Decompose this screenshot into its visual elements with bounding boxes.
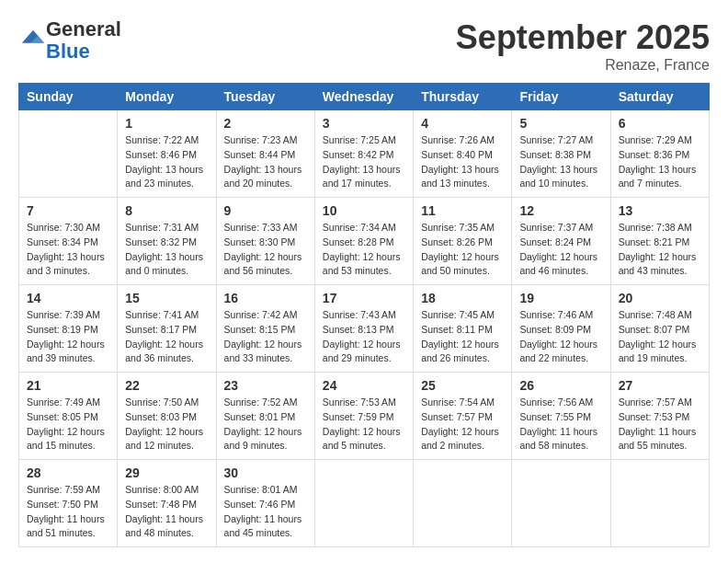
- day-number: 2: [224, 116, 307, 131]
- logo: General Blue: [18, 18, 121, 63]
- day-number: 3: [323, 116, 405, 131]
- day-number: 19: [519, 291, 602, 305]
- calendar-table: SundayMondayTuesdayWednesdayThursdayFrid…: [18, 83, 710, 547]
- day-info: Sunrise: 7:46 AM Sunset: 8:09 PM Dayligh…: [519, 308, 602, 366]
- calendar-day-cell: 22Sunrise: 7:50 AM Sunset: 8:03 PM Dayli…: [118, 373, 216, 460]
- weekday-header: Thursday: [414, 84, 512, 110]
- calendar-day-cell: 5Sunrise: 7:27 AM Sunset: 8:38 PM Daylig…: [512, 110, 610, 198]
- calendar-day-cell: 6Sunrise: 7:29 AM Sunset: 8:36 PM Daylig…: [610, 110, 709, 198]
- calendar-day-cell: 24Sunrise: 7:53 AM Sunset: 7:59 PM Dayli…: [314, 373, 413, 460]
- logo-blue: Blue: [46, 40, 90, 63]
- calendar-day-cell: 3Sunrise: 7:25 AM Sunset: 8:42 PM Daylig…: [314, 110, 413, 198]
- day-number: 14: [27, 291, 109, 305]
- day-info: Sunrise: 7:56 AM Sunset: 7:55 PM Dayligh…: [519, 396, 602, 454]
- calendar-day-cell: 11Sunrise: 7:35 AM Sunset: 8:26 PM Dayli…: [414, 198, 512, 285]
- calendar-day-cell: 27Sunrise: 7:57 AM Sunset: 7:53 PM Dayli…: [610, 373, 709, 460]
- day-number: 10: [323, 203, 405, 218]
- day-number: 15: [125, 291, 208, 305]
- calendar-day-cell: [314, 460, 413, 547]
- calendar-day-cell: 18Sunrise: 7:45 AM Sunset: 8:11 PM Dayli…: [414, 285, 512, 373]
- day-number: 22: [125, 378, 208, 393]
- calendar-day-cell: 2Sunrise: 7:23 AM Sunset: 8:44 PM Daylig…: [216, 110, 314, 198]
- day-number: 7: [27, 203, 109, 218]
- day-number: 25: [421, 378, 504, 393]
- day-info: Sunrise: 7:35 AM Sunset: 8:26 PM Dayligh…: [421, 221, 504, 279]
- day-info: Sunrise: 8:01 AM Sunset: 7:46 PM Dayligh…: [224, 483, 307, 541]
- day-number: 17: [323, 291, 405, 305]
- calendar-week-row: 28Sunrise: 7:59 AM Sunset: 7:50 PM Dayli…: [19, 460, 710, 547]
- day-number: 27: [619, 378, 701, 393]
- day-info: Sunrise: 7:25 AM Sunset: 8:42 PM Dayligh…: [323, 133, 405, 191]
- day-number: 21: [27, 378, 109, 393]
- weekday-header: Wednesday: [314, 84, 413, 110]
- day-number: 20: [619, 291, 701, 305]
- weekday-header: Sunday: [19, 84, 118, 110]
- calendar-day-cell: 26Sunrise: 7:56 AM Sunset: 7:55 PM Dayli…: [512, 373, 610, 460]
- calendar-day-cell: 9Sunrise: 7:33 AM Sunset: 8:30 PM Daylig…: [216, 198, 314, 285]
- calendar-day-cell: [610, 460, 709, 547]
- calendar-day-cell: 28Sunrise: 7:59 AM Sunset: 7:50 PM Dayli…: [19, 460, 118, 547]
- calendar-day-cell: 30Sunrise: 8:01 AM Sunset: 7:46 PM Dayli…: [216, 460, 314, 547]
- calendar-day-cell: 7Sunrise: 7:30 AM Sunset: 8:34 PM Daylig…: [19, 198, 118, 285]
- title-block: September 2025 Renaze, France: [456, 18, 710, 74]
- calendar-day-cell: 16Sunrise: 7:42 AM Sunset: 8:15 PM Dayli…: [216, 285, 314, 373]
- day-info: Sunrise: 7:57 AM Sunset: 7:53 PM Dayligh…: [619, 396, 701, 454]
- day-info: Sunrise: 7:33 AM Sunset: 8:30 PM Dayligh…: [224, 221, 307, 279]
- calendar-week-row: 14Sunrise: 7:39 AM Sunset: 8:19 PM Dayli…: [19, 285, 710, 373]
- day-info: Sunrise: 7:29 AM Sunset: 8:36 PM Dayligh…: [619, 133, 701, 191]
- day-info: Sunrise: 7:59 AM Sunset: 7:50 PM Dayligh…: [27, 483, 109, 541]
- logo-icon: [20, 26, 46, 52]
- calendar-day-cell: 14Sunrise: 7:39 AM Sunset: 8:19 PM Dayli…: [19, 285, 118, 373]
- calendar-day-cell: 25Sunrise: 7:54 AM Sunset: 7:57 PM Dayli…: [414, 373, 512, 460]
- calendar-day-cell: 23Sunrise: 7:52 AM Sunset: 8:01 PM Dayli…: [216, 373, 314, 460]
- day-info: Sunrise: 7:50 AM Sunset: 8:03 PM Dayligh…: [125, 396, 208, 454]
- calendar-day-cell: 4Sunrise: 7:26 AM Sunset: 8:40 PM Daylig…: [414, 110, 512, 198]
- day-info: Sunrise: 7:26 AM Sunset: 8:40 PM Dayligh…: [421, 133, 504, 191]
- day-info: Sunrise: 7:41 AM Sunset: 8:17 PM Dayligh…: [125, 308, 208, 366]
- day-info: Sunrise: 7:43 AM Sunset: 8:13 PM Dayligh…: [323, 308, 405, 366]
- day-info: Sunrise: 8:00 AM Sunset: 7:48 PM Dayligh…: [125, 483, 208, 541]
- day-info: Sunrise: 7:22 AM Sunset: 8:46 PM Dayligh…: [125, 133, 208, 191]
- day-info: Sunrise: 7:54 AM Sunset: 7:57 PM Dayligh…: [421, 396, 504, 454]
- weekday-header: Tuesday: [216, 84, 314, 110]
- day-number: 29: [125, 465, 208, 480]
- calendar-day-cell: 19Sunrise: 7:46 AM Sunset: 8:09 PM Dayli…: [512, 285, 610, 373]
- day-number: 11: [421, 203, 504, 218]
- weekday-header: Saturday: [610, 84, 709, 110]
- calendar-day-cell: 10Sunrise: 7:34 AM Sunset: 8:28 PM Dayli…: [314, 198, 413, 285]
- day-info: Sunrise: 7:42 AM Sunset: 8:15 PM Dayligh…: [224, 308, 307, 366]
- day-number: 4: [421, 116, 504, 131]
- location: Renaze, France: [456, 57, 710, 74]
- day-number: 8: [125, 203, 208, 218]
- month-title: September 2025: [456, 18, 710, 57]
- calendar-day-cell: 20Sunrise: 7:48 AM Sunset: 8:07 PM Dayli…: [610, 285, 709, 373]
- calendar-day-cell: 15Sunrise: 7:41 AM Sunset: 8:17 PM Dayli…: [118, 285, 216, 373]
- day-number: 16: [224, 291, 307, 305]
- calendar-day-cell: 13Sunrise: 7:38 AM Sunset: 8:21 PM Dayli…: [610, 198, 709, 285]
- day-number: 12: [519, 203, 602, 218]
- day-info: Sunrise: 7:34 AM Sunset: 8:28 PM Dayligh…: [323, 221, 405, 279]
- calendar-day-cell: [414, 460, 512, 547]
- day-number: 6: [619, 116, 701, 131]
- day-info: Sunrise: 7:39 AM Sunset: 8:19 PM Dayligh…: [27, 308, 109, 366]
- day-info: Sunrise: 7:23 AM Sunset: 8:44 PM Dayligh…: [224, 133, 307, 191]
- day-number: 30: [224, 465, 307, 480]
- day-number: 18: [421, 291, 504, 305]
- logo-general: General: [46, 17, 121, 40]
- calendar-day-cell: 17Sunrise: 7:43 AM Sunset: 8:13 PM Dayli…: [314, 285, 413, 373]
- day-number: 9: [224, 203, 307, 218]
- calendar-day-cell: [512, 460, 610, 547]
- calendar-day-cell: 21Sunrise: 7:49 AM Sunset: 8:05 PM Dayli…: [19, 373, 118, 460]
- day-info: Sunrise: 7:27 AM Sunset: 8:38 PM Dayligh…: [519, 133, 602, 191]
- day-number: 23: [224, 378, 307, 393]
- calendar-week-row: 7Sunrise: 7:30 AM Sunset: 8:34 PM Daylig…: [19, 198, 710, 285]
- day-number: 1: [125, 116, 208, 131]
- day-number: 26: [519, 378, 602, 393]
- calendar-week-row: 21Sunrise: 7:49 AM Sunset: 8:05 PM Dayli…: [19, 373, 710, 460]
- day-number: 5: [519, 116, 602, 131]
- calendar-day-cell: [19, 110, 118, 198]
- weekday-header: Friday: [512, 84, 610, 110]
- day-number: 24: [323, 378, 405, 393]
- calendar-day-cell: 8Sunrise: 7:31 AM Sunset: 8:32 PM Daylig…: [118, 198, 216, 285]
- calendar-header-row: SundayMondayTuesdayWednesdayThursdayFrid…: [19, 84, 710, 110]
